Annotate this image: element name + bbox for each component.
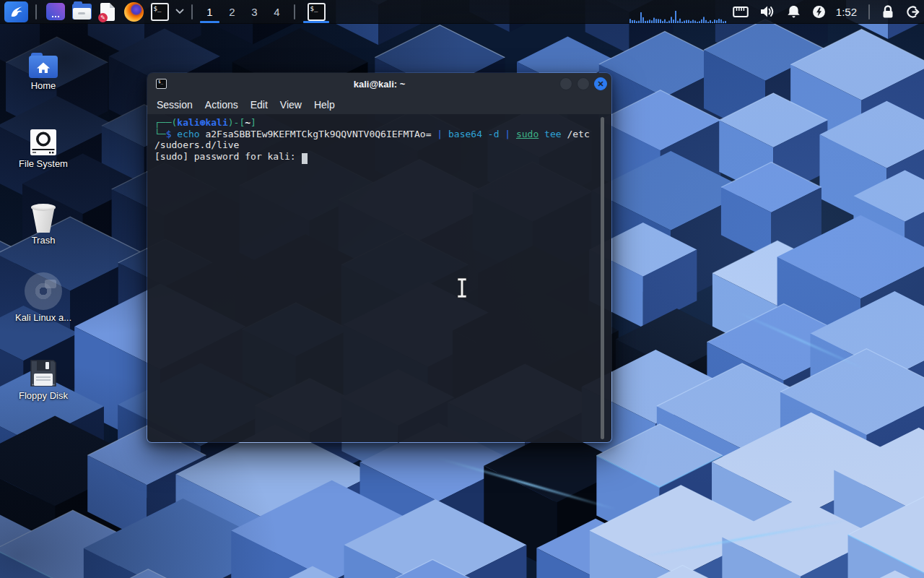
menu-help[interactable]: Help <box>314 99 335 111</box>
desktop-icon-file-system[interactable]: File System <box>9 123 78 169</box>
panel-separator <box>868 4 870 20</box>
desktop-icon-trash[interactable]: Trash <box>9 199 78 246</box>
ethernet-icon <box>733 6 749 18</box>
logout-button[interactable] <box>906 5 920 19</box>
network-tray-item[interactable] <box>733 6 749 18</box>
terminal-icon: $_ <box>308 3 326 21</box>
file-manager-icon <box>72 4 92 20</box>
terminal-icon: $_ <box>151 3 169 21</box>
workspace-1[interactable]: 1 <box>199 0 221 24</box>
terminal-menubar: Session Actions Edit View Help <box>147 95 611 114</box>
desktop: { "panel": { "icons": ["kali-menu", "app… <box>0 0 924 578</box>
terminal-scrollbar[interactable] <box>601 117 604 439</box>
power-manager-tray-item[interactable] <box>812 5 826 19</box>
optical-disc-icon <box>9 277 78 310</box>
desktop-icon-label: Trash <box>9 235 78 246</box>
firefox-icon <box>124 2 144 22</box>
launcher-terminal[interactable]: $_ <box>149 0 170 24</box>
terminal-window: $_ kali@kali: ~ ✕ Session Actions Edit V… <box>147 72 612 443</box>
floppy-disk-icon <box>9 355 78 388</box>
minimize-button[interactable] <box>559 77 572 90</box>
home-folder-icon <box>9 45 78 78</box>
kali-dragon-icon <box>9 4 25 20</box>
bell-icon <box>787 5 801 19</box>
desktop-icon-home[interactable]: Home <box>9 45 78 91</box>
menu-session[interactable]: Session <box>157 99 193 111</box>
close-button[interactable]: ✕ <box>594 77 607 90</box>
workspace-3[interactable]: 3 <box>243 0 266 24</box>
window-title: kali@kali: ~ <box>147 79 611 90</box>
terminal-title-icon: $_ <box>156 79 167 89</box>
terminal-titlebar[interactable]: $_ kali@kali: ~ ✕ <box>147 73 611 95</box>
launcher-app-window[interactable] <box>45 0 66 24</box>
workspace-2[interactable]: 2 <box>221 0 243 24</box>
desktop-icon-kali-linux[interactable]: Kali Linux a... <box>9 277 78 323</box>
launcher-firefox[interactable] <box>123 0 144 24</box>
launcher-file-manager[interactable] <box>71 0 92 24</box>
menu-edit[interactable]: Edit <box>250 99 268 111</box>
clock[interactable]: 1:52 <box>836 6 857 18</box>
volume-tray-item[interactable] <box>760 5 775 18</box>
taskbar-terminal-window-button[interactable]: $_ <box>301 0 331 24</box>
panel-separator <box>191 4 193 20</box>
text-editor-icon: ✎ <box>100 3 115 21</box>
power-bolt-icon <box>812 5 826 19</box>
desktop-icon-label: File System <box>9 158 78 169</box>
notifications-tray-item[interactable] <box>787 5 801 19</box>
panel-separator <box>294 4 295 20</box>
launcher-text-editor[interactable]: ✎ <box>97 0 118 24</box>
lock-icon <box>881 5 894 19</box>
desktop-icon-label: Floppy Disk <box>9 390 78 401</box>
hard-drive-icon <box>9 123 78 156</box>
applications-menu-button[interactable] <box>4 1 28 22</box>
lock-screen-button[interactable] <box>881 5 894 19</box>
panel-separator <box>35 4 37 20</box>
launcher-dropdown-button[interactable] <box>175 0 184 24</box>
top-panel: ✎ $_ 1 2 3 4 $_ <box>0 0 924 24</box>
desktop-icon-label: Kali Linux a... <box>9 312 78 323</box>
cpu-graph[interactable] <box>629 7 727 23</box>
workspace-4[interactable]: 4 <box>266 0 288 24</box>
logout-icon <box>906 5 920 19</box>
terminal-output-text: ┌──(kali⊛kali)-[~]└─$ echo a2FsaSBBTEw9K… <box>154 117 604 164</box>
maximize-button[interactable] <box>577 77 590 90</box>
terminal-output-area[interactable]: ┌──(kali⊛kali)-[~]└─$ echo a2FsaSBBTEw9K… <box>147 114 611 443</box>
chevron-down-icon <box>175 9 184 14</box>
desktop-icon-label: Home <box>9 80 78 91</box>
volume-icon <box>760 5 775 18</box>
desktop-icon-floppy-disk[interactable]: Floppy Disk <box>9 355 78 401</box>
menu-view[interactable]: View <box>280 99 302 111</box>
trash-bin-icon <box>9 199 78 233</box>
app-window-icon <box>46 3 65 20</box>
menu-actions[interactable]: Actions <box>205 99 238 111</box>
